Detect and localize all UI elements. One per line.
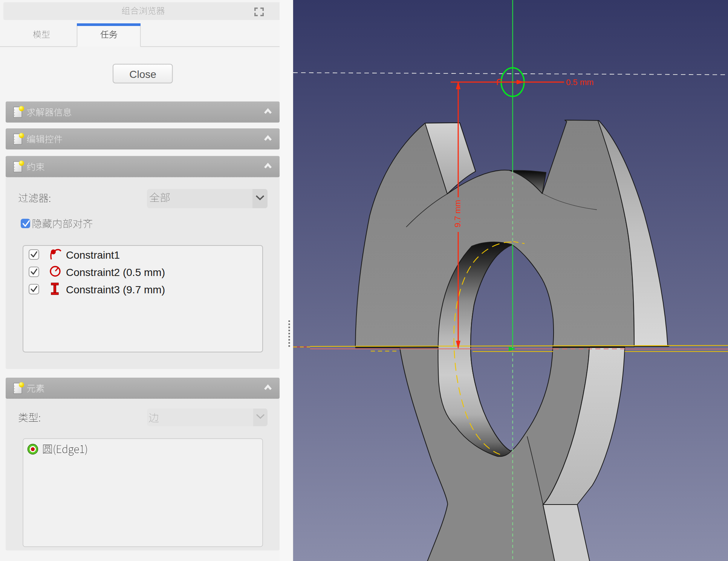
svg-text:Constraint3 (9.7 mm): Constraint3 (9.7 mm) bbox=[66, 284, 165, 296]
svg-text:9.7 mm: 9.7 mm bbox=[453, 200, 462, 227]
svg-text:Constraint2 (0.5 mm): Constraint2 (0.5 mm) bbox=[66, 267, 165, 278]
svg-text:Constraint1: Constraint1 bbox=[66, 249, 120, 261]
svg-text:0.5 mm: 0.5 mm bbox=[566, 78, 593, 87]
svg-text:Close: Close bbox=[129, 69, 156, 80]
